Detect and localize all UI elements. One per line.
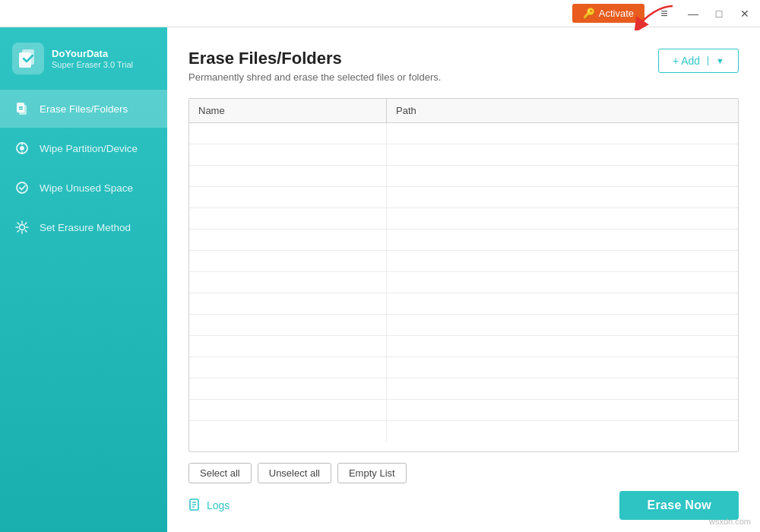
content-header: Erase Files/Folders Permanently shred an… [188, 49, 739, 83]
table-cell-path [387, 230, 738, 250]
table-cell-name [189, 400, 387, 420]
table-row [189, 144, 738, 166]
table-row [189, 315, 738, 336]
table-row [189, 272, 738, 293]
bottom-left-buttons: Select all Unselect all Empty List [188, 463, 407, 483]
table-body [189, 123, 738, 451]
table-cell-path [387, 293, 738, 314]
add-dropdown-arrow: ▼ [708, 56, 724, 65]
svg-rect-3 [19, 105, 27, 115]
table-row [189, 421, 738, 442]
add-button[interactable]: + Add ▼ [658, 49, 739, 73]
select-all-button[interactable]: Select all [188, 463, 252, 483]
app-name-block: DoYourData Super Eraser 3.0 Trial [52, 48, 133, 70]
maximize-button[interactable]: □ [707, 2, 731, 26]
table-row [189, 251, 738, 272]
table-row [189, 123, 738, 144]
table-row [189, 187, 738, 208]
table-row [189, 378, 738, 400]
erase-files-icon [14, 100, 30, 117]
sidebar-logo: DoYourData Super Eraser 3.0 Trial [0, 35, 167, 90]
minimize-button[interactable]: — [681, 2, 705, 26]
table-cell-name [189, 293, 387, 314]
table-cell-name [189, 272, 387, 293]
title-bar: 🔑 Activate ≡ — □ ✕ [0, 0, 760, 27]
table-cell-name [189, 230, 387, 250]
sidebar-item-label: Erase Files/Folders [40, 103, 128, 115]
table-row [189, 166, 738, 187]
sidebar-item-wipe-partition[interactable]: Wipe Partition/Device [0, 129, 167, 167]
table-row [189, 400, 738, 421]
sidebar-item-label: Set Erasure Method [40, 222, 131, 233]
bottom-toolbar: Select all Unselect all Empty List [188, 463, 739, 483]
activate-button[interactable]: 🔑 Activate [572, 4, 644, 23]
add-button-label: + Add [673, 55, 700, 67]
table-cell-name [189, 378, 387, 399]
table-cell-path [387, 400, 738, 420]
table-cell-path [387, 208, 738, 229]
app-logo-icon [12, 43, 44, 74]
sidebar-item-erase-files[interactable]: Erase Files/Folders [0, 90, 167, 128]
logs-label: Logs [207, 499, 230, 511]
sidebar: DoYourData Super Eraser 3.0 Trial Erase … [0, 27, 167, 532]
table-cell-name [189, 251, 387, 271]
svg-point-11 [20, 225, 25, 230]
table-cell-name [189, 315, 387, 335]
table-cell-name [189, 187, 387, 207]
menu-button[interactable]: ≡ [652, 2, 676, 26]
table-cell-path [387, 251, 738, 271]
sidebar-item-label: Wipe Unused Space [40, 182, 133, 194]
key-icon: 🔑 [583, 8, 595, 19]
svg-point-10 [17, 182, 27, 193]
wipe-unused-icon [14, 179, 30, 196]
minimize-icon: — [688, 8, 698, 20]
sidebar-item-set-erasure[interactable]: Set Erasure Method [0, 208, 167, 246]
table-cell-path [387, 357, 738, 378]
column-header-name: Name [189, 99, 387, 122]
window-controls: — □ ✕ [681, 2, 757, 26]
table-cell-path [387, 336, 738, 356]
app-name: DoYourData [52, 48, 133, 61]
table-cell-path [387, 187, 738, 207]
column-header-path: Path [387, 99, 738, 122]
table-row [189, 357, 738, 378]
table-header: Name Path [189, 99, 738, 123]
table-cell-name [189, 144, 387, 165]
content-title-block: Erase Files/Folders Permanently shred an… [188, 49, 441, 83]
table-cell-path [387, 315, 738, 335]
table-cell-name [189, 357, 387, 378]
table-row [189, 293, 738, 315]
sidebar-item-wipe-unused[interactable]: Wipe Unused Space [0, 169, 167, 207]
page-subtitle: Permanently shred and erase the selected… [188, 71, 441, 83]
svg-point-7 [20, 146, 24, 150]
logs-icon [188, 498, 202, 514]
table-cell-path [387, 421, 738, 442]
sidebar-item-label: Wipe Partition/Device [40, 143, 138, 154]
table-cell-name [189, 166, 387, 186]
table-row [189, 230, 738, 251]
file-table: Name Path [188, 98, 739, 452]
app-subtitle: Super Eraser 3.0 Trial [52, 60, 133, 69]
table-cell-path [387, 378, 738, 399]
table-cell-path [387, 166, 738, 186]
table-cell-name [189, 336, 387, 356]
table-cell-name [189, 208, 387, 229]
table-row [189, 336, 738, 357]
bottom-bar: Logs Erase Now [188, 483, 739, 520]
menu-icon: ≡ [660, 7, 667, 21]
empty-list-button[interactable]: Empty List [337, 463, 407, 483]
table-row [189, 208, 738, 230]
close-icon: ✕ [740, 8, 749, 20]
logs-link[interactable]: Logs [188, 498, 230, 514]
page-title: Erase Files/Folders [188, 49, 441, 68]
table-cell-path [387, 144, 738, 165]
close-button[interactable]: ✕ [733, 2, 757, 26]
main-layout: DoYourData Super Eraser 3.0 Trial Erase … [0, 27, 760, 532]
unselect-all-button[interactable]: Unselect all [258, 463, 331, 483]
table-cell-path [387, 123, 738, 144]
maximize-icon: □ [716, 8, 722, 20]
table-cell-path [387, 272, 738, 293]
sidebar-navigation: Erase Files/Folders Wipe Partition/Devic… [0, 90, 167, 246]
erase-now-button[interactable]: Erase Now [619, 491, 739, 520]
table-cell-name [189, 123, 387, 144]
